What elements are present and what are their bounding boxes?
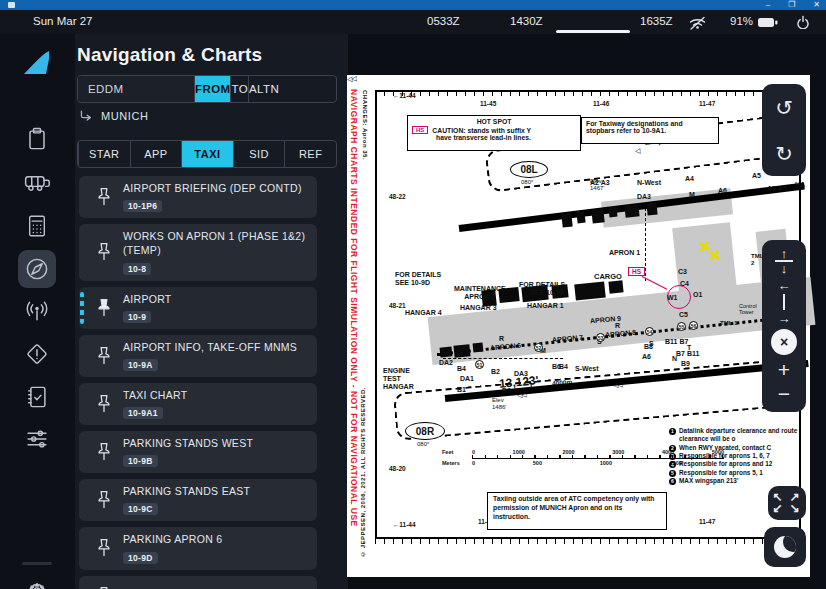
pin-icon[interactable]	[87, 297, 121, 319]
chart-label: B9	[681, 360, 690, 368]
chart-category-tab[interactable]: REF	[284, 141, 336, 167]
chart-viewer[interactable]: NAVIGRAPH CHARTS INTENDED FOR FLIGHT SIM…	[348, 34, 826, 589]
chart-category-tab[interactable]: SID	[233, 141, 285, 167]
power-icon[interactable]	[796, 15, 810, 29]
chart-title: AIRPORT BRIEFING (DEP CONTD)	[123, 181, 309, 195]
chart-label: A2 A3	[590, 179, 610, 187]
chart-label: R	[499, 335, 504, 343]
chart-list-item[interactable]: WORKS ON APRON 1 (PHASE 1&2) (TEMP) 10-8	[79, 224, 317, 280]
chart-category-tab[interactable]: APP	[130, 141, 182, 167]
chart-code-badge: 10-9B	[123, 455, 158, 467]
maximize-button[interactable]: ❐	[788, 0, 795, 10]
night-mode-panel	[764, 527, 806, 567]
leg-segment-button[interactable]: FROM	[194, 76, 230, 102]
sidebar-item-shuttle[interactable]	[18, 163, 56, 201]
building-block	[624, 204, 639, 217]
fit-height-button[interactable]: ↑↓	[762, 248, 806, 275]
chart-ruler-top	[375, 90, 799, 96]
chart-label: MAINTENANCE APRON 1	[454, 285, 506, 301]
app-window: – ❐ ✕ Sun Mar 27 0533Z 1430Z 1635Z 91%	[0, 0, 826, 589]
close-chart-button[interactable]: ×	[771, 329, 797, 355]
stand-number: 54	[645, 327, 654, 336]
sidebar-item-clipboard[interactable]	[18, 120, 56, 158]
arrow-branch-icon	[79, 110, 92, 122]
chart-category-tab[interactable]: STAR	[78, 141, 130, 167]
chart-title: WORKS ON APRON 1 (PHASE 1&2) (TEMP)	[123, 229, 309, 257]
sidebar-item-hazard[interactable]	[18, 335, 56, 373]
chart-label: FOR DETAILS SEE 10-9D	[395, 271, 441, 287]
rotate-panel: ↺ ↻	[762, 84, 806, 176]
wifi-off-icon	[688, 16, 707, 30]
status-bar: Sun Mar 27 0533Z 1430Z 1635Z 91%	[0, 10, 826, 34]
runway-heading-08r: 080°	[417, 441, 429, 448]
building-block	[608, 280, 623, 293]
status-arrival-time: 1635Z	[640, 15, 673, 27]
rotate-ccw-button[interactable]: ↺	[762, 97, 806, 118]
leg-segment-button[interactable]: TO	[230, 76, 248, 102]
chart-page[interactable]: NAVIGRAPH CHARTS INTENDED FOR FLIGHT SIM…	[347, 75, 810, 577]
chart-code-badge: 10-1P6	[123, 200, 162, 212]
zoom-in-button[interactable]: +	[762, 359, 806, 380]
minimize-button[interactable]: –	[766, 0, 770, 10]
close-button[interactable]: ✕	[813, 0, 820, 10]
sidebar-item-calculator[interactable]	[18, 207, 56, 245]
sidebar-item-charts-compass[interactable]	[18, 250, 56, 288]
sidebar-item-radio-tower[interactable]	[18, 292, 56, 330]
settings-gear-icon[interactable]	[18, 573, 56, 589]
rotate-cw-button[interactable]: ↻	[762, 143, 806, 164]
chart-title: PARKING APRON 6	[123, 532, 309, 546]
night-mode-icon[interactable]	[774, 536, 796, 558]
fit-width-button[interactable]: ←→	[762, 278, 806, 326]
page-title: Navigation & Charts	[77, 44, 262, 66]
chart-label: TML 1	[720, 320, 737, 327]
chart-label: B2	[491, 368, 500, 376]
building-block	[574, 281, 606, 300]
building-block	[453, 344, 470, 358]
chart-list-item[interactable]: PARKING STANDS EAST 10-9C	[79, 479, 317, 521]
chart-label: B4	[559, 363, 568, 371]
chart-label: B3	[502, 387, 511, 395]
chart-list-item[interactable]: PARKING STAND COORDS	[79, 576, 317, 589]
chart-label: T	[687, 344, 691, 352]
building-block	[591, 208, 604, 223]
sidebar-item-filters[interactable]	[18, 420, 56, 458]
chart-label: R	[615, 322, 620, 330]
pin-icon[interactable]	[87, 441, 121, 463]
grid-coordinate: 11-46	[593, 100, 609, 107]
pin-icon[interactable]	[87, 345, 121, 367]
chart-label: B1	[457, 386, 466, 394]
pin-icon[interactable]	[87, 537, 121, 559]
fullscreen-button[interactable]: ↖ ↗ ↙ ↘	[772, 492, 801, 515]
window-titlebar[interactable]: – ❐ ✕	[0, 0, 826, 10]
charts-panel: Navigation & Charts EDDM FROMTOALTN MUNI…	[75, 34, 348, 589]
chart-label: B11 B7	[665, 338, 688, 346]
chart-list-item[interactable]: AIRPORT INFO, TAKE-OFF MNMS 10-9A	[79, 335, 317, 377]
zoom-out-button[interactable]: −	[762, 383, 806, 404]
taxiway-reference-box: For Taxiway designations and stopbars re…	[581, 117, 719, 144]
chart-label: A9 A5	[767, 185, 787, 193]
threshold-chevrons: ◁◁	[613, 381, 622, 390]
pin-icon[interactable]	[87, 393, 121, 415]
hotspot-callout-line	[642, 276, 667, 290]
chart-list-item[interactable]: TAXI CHART 10-9A1	[79, 383, 317, 425]
airport-ident-input[interactable]: EDDM	[78, 76, 194, 102]
chart-label: DA3	[514, 370, 528, 378]
chart-list-item[interactable]: PARKING APRON 6 10-9D	[79, 527, 317, 569]
chart-label: S	[649, 340, 654, 348]
sidebar-item-checklist[interactable]	[18, 378, 56, 416]
chart-list-item[interactable]: PARKING STANDS WEST 10-9B	[79, 431, 317, 473]
pin-icon[interactable]	[87, 585, 121, 589]
pin-icon[interactable]	[87, 489, 121, 511]
leg-segment-button[interactable]: ALTN	[248, 76, 279, 102]
chart-label: S-West	[575, 365, 599, 373]
building-block	[473, 343, 484, 353]
chart-list-item[interactable]: AIRPORT 10-9	[79, 287, 317, 329]
chart-title: PARKING STANDS EAST	[123, 484, 309, 498]
building-block	[646, 203, 657, 216]
pin-icon[interactable]	[87, 186, 121, 208]
chart-category-tab[interactable]: TAXI	[181, 141, 233, 167]
chart-list-item[interactable]: AIRPORT BRIEFING (DEP CONTD) 10-1P6	[79, 176, 317, 218]
chart-title: PARKING STANDS WEST	[123, 436, 309, 450]
threshold-chevrons: ◁◁	[347, 75, 356, 84]
pin-icon[interactable]	[87, 241, 121, 263]
